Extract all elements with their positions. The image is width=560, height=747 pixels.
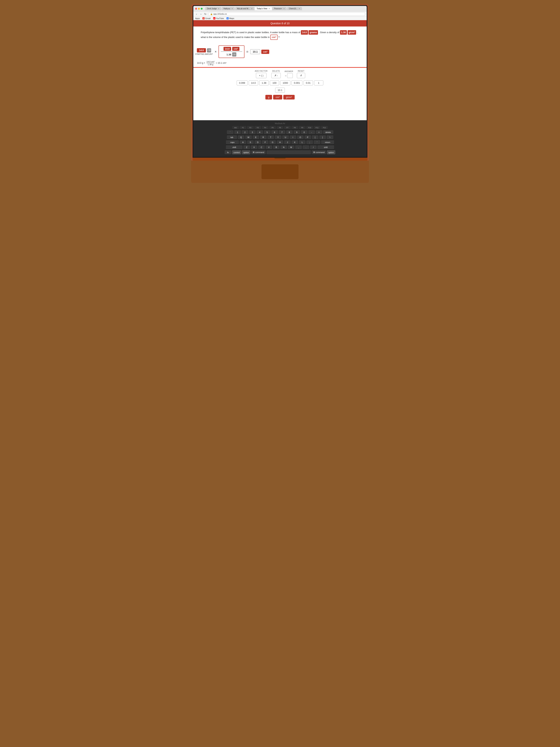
key-2[interactable]: 2 — [242, 130, 248, 134]
key-fn[interactable]: fn — [224, 150, 231, 155]
key-command-left[interactable]: ⌘ command — [251, 150, 266, 155]
maximize-btn[interactable] — [201, 8, 203, 10]
unit-btn-cm3[interactable]: cm³ — [273, 95, 283, 100]
key-tab[interactable]: tab — [227, 135, 237, 139]
key-command-right[interactable]: ⌘ command — [312, 150, 326, 155]
key-f8[interactable]: F8 — [292, 126, 298, 129]
key-w[interactable]: W — [245, 135, 252, 139]
num-btn-138[interactable]: 1.38 — [259, 80, 269, 85]
key-f9[interactable]: F9 — [299, 126, 305, 129]
key-6[interactable]: 6 — [271, 130, 278, 134]
add-factor-button[interactable]: × ( ) — [256, 73, 266, 78]
key-s[interactable]: S — [247, 140, 254, 144]
key-f5[interactable]: F5 — [269, 126, 276, 129]
key-esc[interactable]: esc — [232, 126, 239, 129]
bookmark-apps[interactable]: Apps — [195, 17, 200, 20]
forward-button[interactable]: › — [199, 12, 203, 16]
key-r[interactable]: R — [260, 135, 267, 139]
close-btn[interactable] — [195, 8, 197, 10]
key-f10[interactable]: F10 — [306, 126, 313, 129]
key-8[interactable]: 8 — [286, 130, 293, 134]
key-equals[interactable]: = — [316, 130, 322, 134]
key-f2[interactable]: F2 — [247, 126, 254, 129]
num-btn-101[interactable]: 10.1 — [275, 87, 285, 93]
tab-chem[interactable]: Chem10... ✕ — [287, 7, 302, 10]
key-control[interactable]: control — [232, 150, 241, 155]
key-v[interactable]: V — [266, 145, 272, 149]
tab-close-icon[interactable]: ✕ — [251, 8, 252, 10]
key-9[interactable]: 9 — [294, 130, 300, 134]
key-3[interactable]: 3 — [249, 130, 256, 134]
key-comma[interactable]: , — [295, 145, 302, 149]
key-a[interactable]: A — [240, 140, 246, 144]
key-backtick[interactable]: ` — [227, 130, 234, 134]
key-shift-right[interactable]: shift — [317, 145, 334, 149]
tab-pearson[interactable]: Pearson+ ✕ — [272, 7, 287, 10]
num-btn-0099[interactable]: 0.099 — [237, 80, 247, 85]
key-f[interactable]: F — [262, 140, 268, 144]
key-5[interactable]: 5 — [264, 130, 271, 134]
key-f6[interactable]: F6 — [277, 126, 283, 129]
fraction-bottom-eraser[interactable]: ⌫ — [232, 52, 236, 56]
key-t[interactable]: T — [267, 135, 274, 139]
key-space[interactable] — [266, 150, 311, 155]
num-btn-1[interactable]: 1 — [314, 80, 323, 85]
key-f7[interactable]: F7 — [284, 126, 291, 129]
key-0[interactable]: 0 — [301, 130, 308, 134]
tab-close-icon[interactable]: ✕ — [299, 8, 300, 10]
key-option-left[interactable]: option — [242, 150, 250, 155]
key-1[interactable]: 1 — [234, 130, 241, 134]
tab-close-icon[interactable]: ✕ — [283, 8, 285, 10]
num-btn-14[interactable]: 14.0 — [249, 80, 258, 85]
key-m[interactable]: M — [288, 145, 294, 149]
tab-close-icon[interactable]: ✕ — [268, 8, 270, 10]
key-return[interactable]: return — [321, 140, 334, 144]
key-z[interactable]: Z — [243, 145, 250, 149]
key-f1[interactable]: F1 — [240, 126, 246, 129]
reset-button[interactable]: ↺ — [297, 73, 305, 78]
key-i[interactable]: I — [290, 135, 296, 139]
num-btn-1000[interactable]: 1000 — [280, 80, 290, 85]
key-f12[interactable]: F12 — [321, 126, 328, 129]
key-p[interactable]: P — [304, 135, 311, 139]
key-delete[interactable]: delete — [323, 130, 334, 134]
key-7[interactable]: 7 — [279, 130, 285, 134]
unit-btn-gcm3[interactable]: g/cm³ — [283, 95, 295, 100]
key-f4[interactable]: F4 — [262, 126, 268, 129]
num-btn-100[interactable]: 100 — [270, 80, 279, 85]
key-lbracket[interactable]: [ — [312, 135, 319, 139]
key-quote[interactable]: ' — [314, 140, 320, 144]
back-button[interactable]: ‹ — [195, 12, 198, 16]
reload-button[interactable]: ↻ — [204, 12, 207, 16]
key-semicolon[interactable]: ; — [306, 140, 313, 144]
tab-haikyuu[interactable]: Haikyuu ✕ — [222, 7, 235, 10]
tab-mylab[interactable]: MyLab and M... ✕ — [235, 7, 255, 10]
key-o[interactable]: O — [297, 135, 304, 139]
key-caps[interactable]: caps — [226, 140, 239, 144]
num-btn-0001[interactable]: 0.001 — [292, 80, 302, 85]
key-slash[interactable]: / — [310, 145, 317, 149]
key-f3[interactable]: F3 — [255, 126, 261, 129]
key-g[interactable]: G — [269, 140, 276, 144]
unit-btn-g[interactable]: g — [265, 95, 272, 100]
num-btn-001[interactable]: 0.01 — [303, 80, 313, 85]
key-4[interactable]: 4 — [257, 130, 263, 134]
key-e[interactable]: E — [252, 135, 259, 139]
key-f11[interactable]: F11 — [314, 126, 320, 129]
key-rbracket[interactable]: ] — [319, 135, 326, 139]
key-y[interactable]: Y — [275, 135, 282, 139]
tab-todays-view[interactable]: Today's View ✕ — [255, 7, 272, 10]
key-j[interactable]: J — [284, 140, 291, 144]
trackpad[interactable] — [262, 164, 298, 179]
tab-close-icon[interactable]: ✕ — [232, 8, 233, 10]
key-u[interactable]: U — [282, 135, 289, 139]
key-c[interactable]: C — [258, 145, 265, 149]
key-n[interactable]: N — [281, 145, 287, 149]
key-minus[interactable]: - — [308, 130, 315, 134]
answer-box[interactable] — [287, 73, 293, 78]
bookmark-youtube[interactable]: ▶ YouTube — [213, 17, 224, 20]
tab-close-icon[interactable]: ✕ — [218, 8, 219, 10]
key-k[interactable]: K — [292, 140, 298, 144]
key-b[interactable]: B — [273, 145, 279, 149]
key-h[interactable]: H — [277, 140, 283, 144]
